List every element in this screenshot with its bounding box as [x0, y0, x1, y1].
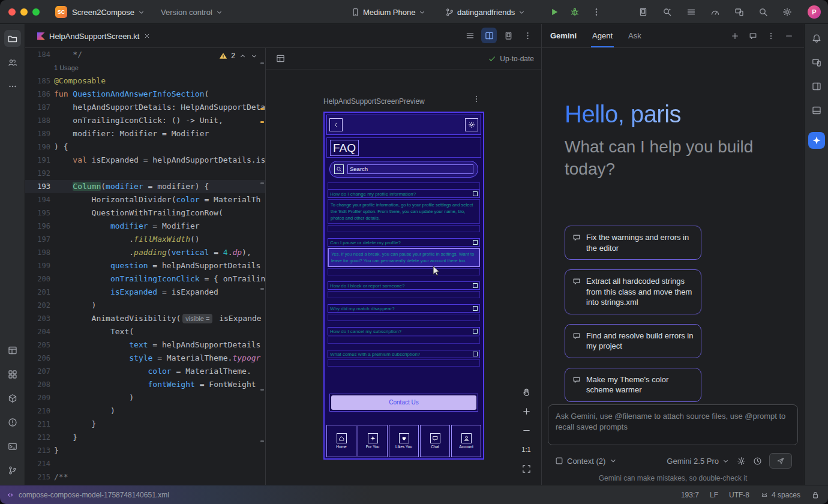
- heart-icon: [401, 435, 407, 442]
- faq-question: What comes with a premium subscription?: [330, 352, 420, 357]
- resource-manager-icon[interactable]: [4, 366, 21, 383]
- code-line: 204 Text(: [25, 325, 265, 338]
- traffic-light-minimize[interactable]: [20, 8, 28, 16]
- hide-panel-button[interactable]: [782, 29, 796, 43]
- faq-question: How do I change my profile information?: [330, 191, 416, 197]
- code-editor[interactable]: 184 */1 Usage185@Composable186fun Questi…: [25, 48, 265, 485]
- panel-options-button[interactable]: [764, 29, 778, 43]
- inspection-widget[interactable]: 2: [217, 50, 260, 61]
- new-chat-button[interactable]: [728, 29, 742, 43]
- zoom-out-button[interactable]: [518, 422, 534, 438]
- device-explorer-icon[interactable]: [808, 102, 825, 119]
- pan-button[interactable]: [518, 384, 534, 400]
- traffic-light-close[interactable]: [8, 8, 16, 16]
- readonly-toggle[interactable]: [811, 491, 820, 499]
- problems-icon[interactable]: [4, 414, 21, 431]
- chevron-down-icon: [137, 8, 145, 16]
- pull-requests-icon[interactable]: [4, 54, 21, 71]
- code-text: Text(: [54, 325, 134, 338]
- zoom-in-button[interactable]: [518, 403, 534, 419]
- expand-icon: [473, 306, 478, 311]
- design-view-button[interactable]: [500, 28, 516, 43]
- minus-icon: [522, 426, 531, 435]
- scrollbar-warning-mark: [260, 121, 264, 123]
- ai-search-icon[interactable]: [659, 4, 676, 20]
- code-line: 214: [25, 457, 265, 470]
- editor-tab[interactable]: HelpAndSupportScreen.kt: [31, 24, 157, 48]
- suggestion-card[interactable]: Extract all hardcoded strings from this …: [565, 269, 701, 314]
- zoom-controls: 1:1: [518, 384, 534, 476]
- layout-inspector-icon[interactable]: [635, 4, 652, 20]
- profile-avatar[interactable]: P: [808, 5, 821, 19]
- run-button[interactable]: [546, 4, 563, 20]
- chevron-down-icon: [722, 457, 730, 465]
- tab-ask[interactable]: Ask: [628, 24, 641, 47]
- branch-selector[interactable]: datingandfriends: [445, 0, 526, 24]
- history-icon[interactable]: [753, 457, 762, 466]
- preview-options-button[interactable]: [470, 92, 483, 106]
- gemini-settings-icon[interactable]: [737, 457, 746, 466]
- terminal-icon[interactable]: [4, 438, 21, 455]
- code-line: 211 }: [25, 418, 265, 431]
- chevron-up-icon[interactable]: [239, 52, 247, 60]
- running-devices-icon[interactable]: [808, 54, 825, 71]
- chat-history-button[interactable]: [746, 29, 760, 43]
- code-text: .padding(vertical = 4.dp),: [54, 246, 251, 259]
- build-icon[interactable]: [4, 390, 21, 407]
- indent-setting[interactable]: 4 spaces: [760, 491, 800, 499]
- split-view-button[interactable]: [481, 28, 497, 43]
- device-selector[interactable]: Medium Phone: [351, 0, 426, 24]
- send-button[interactable]: [769, 453, 792, 469]
- zoom-to-fit-button[interactable]: [518, 461, 534, 476]
- device-manager-icon[interactable]: [731, 4, 748, 20]
- traffic-light-zoom[interactable]: [32, 8, 40, 16]
- code-line: 215/**: [25, 470, 265, 484]
- project-selector[interactable]: Screen2Compose: [72, 0, 145, 24]
- gemini-icon[interactable]: [808, 132, 825, 149]
- context-selector[interactable]: Context (2): [555, 457, 617, 466]
- layout-inspector-icon: [638, 7, 648, 17]
- line-separator[interactable]: LF: [710, 491, 718, 499]
- suggestion-card[interactable]: Find and resolve build errors in my proj…: [565, 324, 701, 358]
- scrollbar-warning-mark: [260, 108, 264, 110]
- code-text: val isExpanded = helpAndSupportDetails.i…: [54, 154, 265, 167]
- code-hint-row: 1 Usage: [25, 61, 265, 74]
- close-icon[interactable]: [143, 32, 151, 40]
- search-icon[interactable]: [755, 4, 772, 20]
- preview-layout-button[interactable]: [273, 52, 287, 66]
- version-control-icon[interactable]: [4, 462, 21, 479]
- gemini-input[interactable]: Ask Gemini, use @filename to attach sour…: [548, 404, 798, 445]
- debug-button[interactable]: [566, 4, 583, 20]
- layout-validation-icon: [8, 346, 17, 355]
- expand-icon: [473, 283, 478, 288]
- more-actions-button[interactable]: [588, 4, 605, 20]
- logcat-icon[interactable]: [683, 4, 700, 20]
- suggestion-card[interactable]: Make my Theme's color scheme warmer: [565, 368, 701, 402]
- settings-icon[interactable]: [779, 4, 796, 20]
- code-text: helpAndSupportDetails: HelpAndSupportDet…: [54, 101, 265, 114]
- zoom-actual-size-button[interactable]: 1:1: [518, 442, 534, 457]
- notifications-icon[interactable]: [808, 30, 825, 47]
- file-encoding[interactable]: UTF-8: [729, 491, 749, 499]
- layout-validation-icon[interactable]: [4, 342, 21, 359]
- chevron-down-icon[interactable]: [250, 52, 258, 60]
- caret-position[interactable]: 193:7: [681, 491, 699, 499]
- faq-question-row: How do I block or report someone?: [328, 281, 480, 290]
- profiler-icon[interactable]: [707, 4, 724, 20]
- more-tool-windows-icon[interactable]: [4, 78, 21, 95]
- code-view-button[interactable]: [462, 28, 478, 43]
- line-number: 202: [31, 299, 50, 312]
- model-selector[interactable]: Gemini 2.5 Pro: [667, 457, 730, 466]
- suggestion-card[interactable]: Fix the warnings and errors in the edito…: [565, 226, 701, 260]
- tab-agent[interactable]: Agent: [592, 24, 613, 47]
- line-number: 185: [31, 74, 50, 88]
- usage-hint[interactable]: 1 Usage: [54, 61, 79, 74]
- code-line: 185@Composable: [25, 74, 265, 88]
- editor-options-button[interactable]: [520, 28, 535, 43]
- version-control-selector[interactable]: Version control: [161, 0, 223, 24]
- pull-requests-icon: [8, 58, 17, 67]
- app-insights-icon[interactable]: [808, 78, 825, 95]
- send-icon: [776, 457, 785, 465]
- project-icon[interactable]: [4, 30, 21, 47]
- preview-canvas[interactable]: HelpAndSupportScreenPreview FAQ Search H…: [266, 70, 541, 485]
